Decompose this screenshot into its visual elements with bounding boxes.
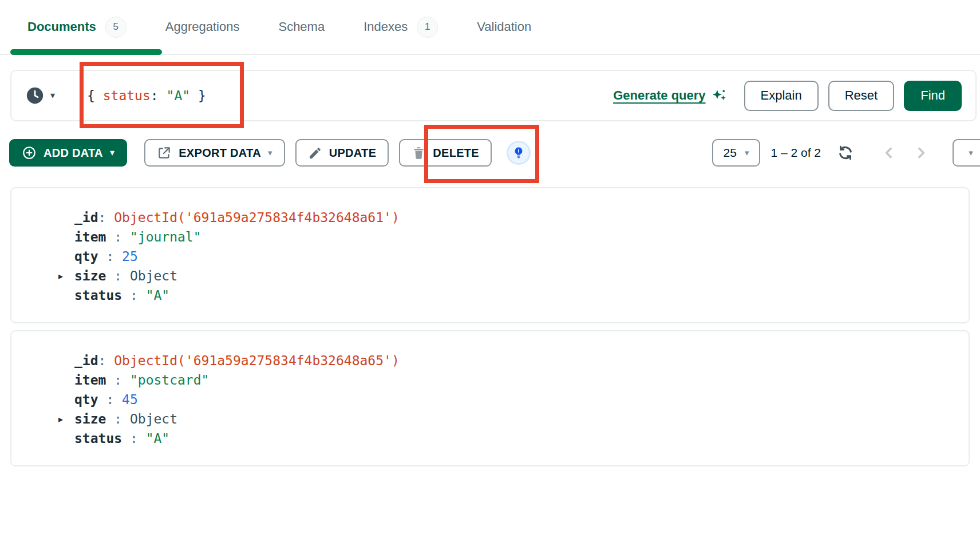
field-value: 25 xyxy=(122,249,138,264)
document-field-row: item : "postcard" xyxy=(11,370,969,390)
field-key: size xyxy=(74,268,106,283)
document-field-row: item : "journal" xyxy=(11,227,969,247)
field-key: _id xyxy=(74,210,98,225)
collection-tabbar: Documents5AggregationsSchemaIndexes1Vali… xyxy=(0,0,980,55)
export-data-label: EXPORT DATA xyxy=(179,147,261,160)
field-key: size xyxy=(74,411,106,426)
chevron-right-icon xyxy=(912,144,930,161)
caret-down-icon: ▾ xyxy=(50,91,55,100)
page-size-value: 25 xyxy=(724,146,737,160)
field-separator: : xyxy=(106,229,130,244)
explain-button[interactable]: Explain xyxy=(744,81,819,111)
field-separator: : xyxy=(106,268,130,283)
documents-toolbar: ADD DATA ▾ EXPORT DATA ▾ UPDATE DELETE xyxy=(9,139,980,167)
field-value: ObjectId('691a59a275834f4b32648a61') xyxy=(114,210,400,225)
update-label: UPDATE xyxy=(329,147,377,160)
refresh-button[interactable] xyxy=(837,144,854,161)
caret-down-icon: ▾ xyxy=(745,149,749,157)
field-separator: : xyxy=(106,373,130,387)
field-separator: : xyxy=(122,431,146,446)
field-separator: : xyxy=(106,411,130,426)
find-button[interactable]: Find xyxy=(904,81,962,111)
plus-circle-icon xyxy=(22,145,37,160)
tab-indexes[interactable]: Indexes1 xyxy=(363,17,438,38)
field-separator: : xyxy=(98,392,122,407)
document-field-row: _id: ObjectId('691a59a275834f4b32648a65'… xyxy=(11,351,969,370)
clock-icon xyxy=(25,86,45,105)
pagination-range-label: 1 – 2 of 2 xyxy=(770,146,821,160)
expand-caret-icon[interactable]: ▸ xyxy=(58,271,74,282)
previous-page-button[interactable] xyxy=(880,144,898,161)
active-tab-indicator xyxy=(10,49,162,55)
tab-documents[interactable]: Documents5 xyxy=(27,17,127,38)
query-open-brace: { xyxy=(87,88,103,103)
field-key: item xyxy=(74,229,106,244)
tab-schema[interactable]: Schema xyxy=(278,19,325,34)
sparkle-icon xyxy=(710,87,728,104)
document-field-row: qty : 45 xyxy=(11,390,969,409)
refresh-icon xyxy=(837,144,854,161)
query-filter-input[interactable]: { status: "A" } xyxy=(87,88,206,103)
page-size-dropdown[interactable]: 25 ▾ xyxy=(712,139,761,167)
tab-count-badge: 1 xyxy=(417,17,438,38)
caret-down-icon: ▾ xyxy=(268,149,272,157)
document-card[interactable]: _id: ObjectId('691a59a275834f4b32648a65'… xyxy=(10,330,970,466)
caret-down-icon: ▾ xyxy=(969,149,973,157)
tab-label: Documents xyxy=(27,19,96,34)
pencil-icon xyxy=(308,146,322,160)
document-field-row: status : "A" xyxy=(11,429,969,448)
query-bar: ▾ { status: "A" } Generate query Explain… xyxy=(10,70,977,121)
field-key: _id xyxy=(74,353,98,368)
field-key: status xyxy=(74,288,122,303)
field-value: Object xyxy=(130,411,177,426)
delete-label: DELETE xyxy=(433,147,479,160)
tab-label: Indexes xyxy=(363,19,408,34)
field-value: "journal" xyxy=(130,229,201,244)
field-separator: : xyxy=(98,210,114,225)
field-key: item xyxy=(74,373,106,387)
field-value: Object xyxy=(130,268,177,283)
query-close-brace: } xyxy=(190,88,206,103)
document-field-row: ▸size : Object xyxy=(11,409,969,429)
add-data-button[interactable]: ADD DATA ▾ xyxy=(9,139,127,167)
document-field-row: qty : 25 xyxy=(11,247,969,266)
field-separator: : xyxy=(98,249,122,264)
export-data-button[interactable]: EXPORT DATA ▾ xyxy=(144,139,285,167)
generate-query-label: Generate query xyxy=(613,88,705,103)
delete-button[interactable]: DELETE xyxy=(399,139,492,167)
lightbulb-icon xyxy=(512,146,525,160)
tab-aggregations[interactable]: Aggregations xyxy=(165,19,240,34)
query-field-token: status xyxy=(103,88,151,103)
trash-icon xyxy=(412,146,426,160)
tab-label: Validation xyxy=(477,19,531,34)
expand-caret-icon[interactable]: ▸ xyxy=(58,414,74,425)
document-card[interactable]: _id: ObjectId('691a59a275834f4b32648a61'… xyxy=(10,187,970,323)
field-key: qty xyxy=(74,249,98,264)
view-options-dropdown[interactable]: ▾ xyxy=(953,139,980,167)
export-icon xyxy=(157,145,172,160)
document-field-row: _id: ObjectId('691a59a275834f4b32648a61'… xyxy=(11,208,969,227)
field-separator: : xyxy=(122,288,146,303)
document-field-row: status : "A" xyxy=(11,286,969,305)
query-colon-token: : xyxy=(151,88,167,103)
update-button[interactable]: UPDATE xyxy=(295,139,389,167)
field-value: ObjectId('691a59a275834f4b32648a65') xyxy=(114,353,400,368)
field-value: "A" xyxy=(146,431,170,446)
generate-query-link[interactable]: Generate query xyxy=(613,87,727,104)
tab-label: Schema xyxy=(278,19,325,34)
documents-view: Documents5AggregationsSchemaIndexes1Vali… xyxy=(0,0,980,554)
add-data-label: ADD DATA xyxy=(44,147,103,160)
chevron-left-icon xyxy=(880,144,898,161)
lightbulb-hint-button[interactable] xyxy=(507,141,531,165)
field-value: "A" xyxy=(146,288,170,303)
query-value-token: "A" xyxy=(167,88,191,103)
tab-validation[interactable]: Validation xyxy=(477,19,531,34)
field-value: "postcard" xyxy=(130,373,209,387)
tab-label: Aggregations xyxy=(165,19,240,34)
next-page-button[interactable] xyxy=(912,144,930,161)
tab-count-badge: 5 xyxy=(105,17,127,38)
caret-down-icon: ▾ xyxy=(110,148,114,157)
field-value: 45 xyxy=(122,392,138,407)
query-history-button[interactable]: ▾ xyxy=(25,86,55,105)
reset-button[interactable]: Reset xyxy=(828,81,894,111)
